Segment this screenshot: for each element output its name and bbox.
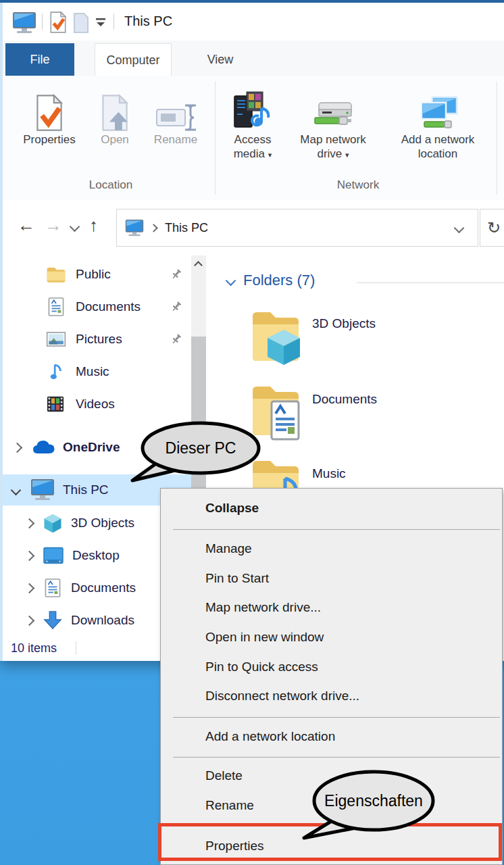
cube-icon xyxy=(43,512,63,534)
breadcrumb-location[interactable]: This PC xyxy=(165,221,208,235)
ribbon-map-network-drive-button[interactable]: Map network drive ▾ xyxy=(286,82,380,162)
bubble-text-eigenschaften: Eigenschaften xyxy=(324,792,423,810)
folder-icon xyxy=(46,266,66,283)
annotation-bubble-eigenschaften: Eigenschaften xyxy=(297,762,453,843)
dropdown-arrow-icon: ▾ xyxy=(268,151,272,159)
expand-chevron-icon[interactable] xyxy=(24,615,35,626)
sidebar-item-label: Pictures xyxy=(76,332,122,347)
navigation-bar: ← → ↑ This PC ↻ xyxy=(3,200,504,255)
expand-chevron-icon[interactable] xyxy=(12,442,23,453)
item-count: 10 items xyxy=(11,641,57,656)
menu-item-add-network-location[interactable]: Add a network location xyxy=(205,729,335,744)
sidebar-item-label: Documents xyxy=(71,580,136,595)
window-title: This PC xyxy=(124,14,172,29)
refresh-icon[interactable]: ↻ xyxy=(487,218,501,237)
collapse-chevron-icon[interactable] xyxy=(11,485,22,495)
blank-document-icon xyxy=(73,13,89,33)
ribbon: Properties Open xyxy=(3,76,504,201)
scrollbar-up-icon[interactable] xyxy=(194,261,203,270)
map-drive-label-line1: Map network xyxy=(300,133,366,146)
onedrive-cloud-icon xyxy=(32,439,56,455)
tab-file[interactable]: File xyxy=(5,43,74,76)
add-network-location-icon xyxy=(416,96,459,132)
pin-icon xyxy=(170,301,182,313)
expand-chevron-icon[interactable] xyxy=(24,550,35,561)
properties-button-label: Properties xyxy=(23,132,75,147)
folder-item-label: Music xyxy=(312,466,346,481)
tab-computer[interactable]: Computer xyxy=(95,43,172,76)
this-pc-icon xyxy=(125,220,144,237)
access-media-label-line2: media xyxy=(234,147,265,160)
folder-3d-objects-icon xyxy=(249,305,303,370)
properties-check-icon xyxy=(34,93,65,132)
sidebar-item-label: Videos xyxy=(76,397,115,412)
properties-check-icon xyxy=(49,11,68,34)
address-dropdown-icon[interactable] xyxy=(454,222,465,233)
tab-computer-label: Computer xyxy=(106,53,159,68)
tab-file-label: File xyxy=(30,53,49,67)
access-media-icon xyxy=(232,91,274,132)
open-button-label: Open xyxy=(101,132,129,147)
menu-item-pin-to-quick-access[interactable]: Pin to Quick access xyxy=(205,660,318,674)
menu-item-open-in-new-window[interactable]: Open in new window xyxy=(205,630,324,645)
sidebar-item-label: Documents xyxy=(76,299,141,314)
group-header-rule xyxy=(357,282,504,283)
ribbon-properties-button[interactable]: Properties xyxy=(15,82,84,147)
ribbon-rename-button[interactable]: Rename xyxy=(145,82,207,147)
music-note-icon xyxy=(49,362,64,381)
status-separator xyxy=(76,641,76,655)
document-icon xyxy=(47,297,65,317)
dropdown-arrow-icon: ▾ xyxy=(345,151,349,159)
menu-item-collapse[interactable]: Collapse xyxy=(205,501,259,516)
recent-locations-dropdown[interactable] xyxy=(70,222,80,232)
expand-chevron-icon[interactable] xyxy=(24,583,35,593)
menu-item-delete[interactable]: Delete xyxy=(205,768,243,783)
menu-item-rename[interactable]: Rename xyxy=(205,798,254,813)
menu-item-manage[interactable]: Manage xyxy=(205,541,252,556)
sidebar-item-music[interactable]: Music xyxy=(3,360,192,383)
forward-button[interactable]: → xyxy=(45,216,62,234)
menu-separator xyxy=(173,717,500,718)
sidebar-item-public[interactable]: Public xyxy=(3,263,192,286)
titlebar-separator xyxy=(114,14,114,30)
add-network-label-line2: location xyxy=(418,147,458,160)
ribbon-access-media-button[interactable]: Access media ▾ xyxy=(223,82,282,162)
breadcrumb-chevron-icon[interactable] xyxy=(149,224,158,232)
group-collapse-icon[interactable] xyxy=(226,276,236,287)
qat-properties-button[interactable] xyxy=(49,11,68,36)
folder-item-label: 3D Objects xyxy=(312,316,376,331)
sidebar-item-label: This PC xyxy=(63,483,109,497)
menu-item-map-network-drive[interactable]: Map network drive... xyxy=(205,600,321,615)
sidebar-item-label: Downloads xyxy=(71,613,134,628)
bubble-text-dieser-pc: Dieser PC xyxy=(166,439,236,457)
picture-icon xyxy=(46,331,66,347)
address-bar[interactable]: This PC xyxy=(116,209,478,247)
sidebar-item-label: Music xyxy=(76,364,109,379)
download-arrow-icon xyxy=(43,610,63,631)
sidebar-item-label: 3D Objects xyxy=(71,516,134,530)
sidebar-item-label: Desktop xyxy=(72,548,120,563)
ribbon-open-button[interactable]: Open xyxy=(89,82,141,147)
title-bar: This PC xyxy=(3,3,504,41)
menu-item-disconnect-network-drive[interactable]: Disconnect network drive... xyxy=(205,689,359,703)
sidebar-item-pictures[interactable]: Pictures xyxy=(3,328,192,351)
up-button[interactable]: ↑ xyxy=(89,216,98,234)
qat-new-item-button[interactable] xyxy=(73,13,89,36)
tab-view[interactable]: View xyxy=(186,43,254,76)
menu-item-pin-to-start[interactable]: Pin to Start xyxy=(205,571,269,586)
sidebar-item-documents[interactable]: Documents xyxy=(3,295,192,318)
ribbon-add-network-location-button[interactable]: Add a network location xyxy=(385,82,490,161)
sidebar-item-videos[interactable]: Videos xyxy=(3,393,192,416)
computer-monitor-icon xyxy=(30,479,55,501)
folders-group-header[interactable]: Folders (7) xyxy=(243,272,315,289)
search-box[interactable]: ↻ xyxy=(480,209,504,247)
add-network-label-line1: Add a network xyxy=(401,133,475,146)
titlebar-separator xyxy=(42,14,43,30)
sidebar-item-label: OneDrive xyxy=(63,440,120,455)
back-button[interactable]: ← xyxy=(18,216,35,234)
sidebar-item-label: Public xyxy=(76,267,111,282)
rename-icon xyxy=(155,103,196,132)
map-drive-label-line2: drive xyxy=(317,147,342,160)
qat-customize-button[interactable] xyxy=(95,18,107,30)
expand-chevron-icon[interactable] xyxy=(24,518,35,528)
